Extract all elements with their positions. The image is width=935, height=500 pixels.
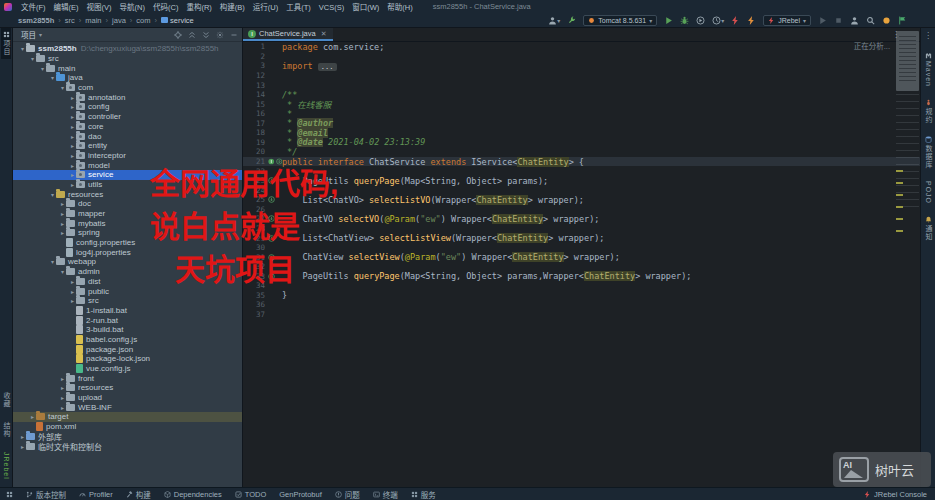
breadcrumb-item[interactable]: java <box>110 16 128 25</box>
tab-chatservice[interactable]: I ChatService.java ✕ <box>243 28 333 41</box>
wrench-icon[interactable] <box>567 16 576 25</box>
code-area[interactable]: 1package com.service;23import ...121314/… <box>243 42 920 487</box>
tree-item-dao[interactable]: ▸dao <box>13 131 242 141</box>
run-config-combo[interactable]: Tomcat 8.5.631▾ <box>583 15 657 26</box>
stripe-button-项目[interactable]: 项目 <box>1 28 11 59</box>
statusbar-版本控制[interactable]: 版本控制 <box>26 489 66 500</box>
user-icon[interactable]: ▾ <box>548 16 560 25</box>
tree-item-babel.config.js[interactable]: babel.config.js <box>13 335 242 345</box>
tree-item-3-build.bat[interactable]: 3-build.bat <box>13 325 242 335</box>
expand-icon[interactable] <box>202 30 210 39</box>
tree-item-ssm2855h[interactable]: ▾ssm2855hD:\chengxuxiuga\ssm2855h\ssm285… <box>13 44 242 54</box>
scrollbar-mark[interactable] <box>896 194 903 196</box>
tree-item-WEB-INF[interactable]: ▸WEB-INF <box>13 402 242 412</box>
run-icon[interactable] <box>818 16 827 25</box>
stripe-button-Maven[interactable]: Maven <box>925 52 932 87</box>
breadcrumb-item[interactable]: src <box>63 16 77 25</box>
statusbar-服务[interactable]: 服务 <box>411 489 436 500</box>
run-icon[interactable] <box>664 16 673 25</box>
stripe-button-数据库[interactable]: 数据库 <box>923 136 933 169</box>
bolt-icon[interactable] <box>731 16 740 25</box>
scrollbar-mark[interactable] <box>896 218 903 220</box>
stripe-button-结构[interactable]: 结构 <box>1 419 11 441</box>
tree-item-src[interactable]: ▸src <box>13 296 242 306</box>
stripe-button-收藏[interactable]: 收藏 <box>1 389 11 411</box>
tree-item-interceptor[interactable]: ▸interceptor <box>13 151 242 161</box>
stripe-button-JRebel[interactable]: JRebel <box>1 449 11 483</box>
locate-icon[interactable] <box>174 30 182 39</box>
tree-item-resources[interactable]: ▸resources <box>13 383 242 393</box>
tree-item-annotation[interactable]: ▸annotation <box>13 92 242 102</box>
menu-item[interactable]: 代码(C) <box>149 3 182 12</box>
menu-item[interactable]: 构建(B) <box>216 3 249 12</box>
tree-item-target[interactable]: ▸target <box>13 412 242 422</box>
tree-item-controller[interactable]: ▸controller <box>13 112 242 122</box>
menu-item[interactable]: 窗口(W) <box>348 3 383 12</box>
code-line-20: 20 */ <box>243 147 920 157</box>
breadcrumb-item[interactable]: ssm2855h <box>16 16 56 25</box>
tree-item-vue.config.js[interactable]: vue.config.js <box>13 364 242 374</box>
user-icon[interactable] <box>850 16 859 25</box>
tree-item-main[interactable]: ▾main <box>13 63 242 73</box>
stop-icon[interactable] <box>834 16 843 25</box>
stripe-button-POJO[interactable]: POJO <box>925 181 932 204</box>
breadcrumb-item[interactable]: service <box>159 16 196 25</box>
coverage-icon[interactable] <box>696 16 705 25</box>
tree-item-upload[interactable]: ▸upload <box>13 393 242 403</box>
menu-item[interactable]: VCS(S) <box>315 3 348 12</box>
tool-windows-icon[interactable] <box>6 491 13 498</box>
kebab-menu-icon[interactable]: ⋮ <box>924 31 932 40</box>
scrollbar-mark[interactable] <box>896 230 903 232</box>
tree-item-entity[interactable]: ▸entity <box>13 141 242 151</box>
menu-item[interactable]: 运行(U) <box>249 3 282 12</box>
chevron-down-icon[interactable]: ▾ <box>39 31 42 38</box>
debug-icon[interactable] <box>680 16 689 25</box>
project-panel-title[interactable]: 项目 <box>21 29 36 40</box>
tree-item-core[interactable]: ▸core <box>13 122 242 132</box>
scrollbar-mark[interactable] <box>896 170 903 172</box>
scrollbar-mark[interactable] <box>896 182 903 184</box>
statusbar-终端[interactable]: 终端 <box>373 489 398 500</box>
breadcrumb-item[interactable]: main <box>83 16 103 25</box>
folder-icon <box>76 113 85 120</box>
menu-item[interactable]: 帮助(H) <box>383 3 416 12</box>
statusbar-Dependencies[interactable]: Dependencies <box>164 490 222 499</box>
stripe-button-规约[interactable]: 规约 <box>923 99 933 124</box>
statusbar-GenProtobuf[interactable]: GenProtobuf <box>279 490 322 499</box>
dot-icon[interactable] <box>882 16 891 25</box>
code-minimap[interactable] <box>896 31 919 91</box>
statusbar-TODO[interactable]: TODO <box>235 490 267 499</box>
tree-item-1-install.bat[interactable]: 1-install.bat <box>13 306 242 316</box>
gear-icon[interactable] <box>216 30 224 39</box>
close-icon[interactable]: ✕ <box>321 30 327 38</box>
tree-item-com[interactable]: ▾com <box>13 83 242 93</box>
tree-item-src[interactable]: ▾src <box>13 54 242 64</box>
menu-item[interactable]: 工具(T) <box>282 3 315 12</box>
profiler-icon[interactable]: ▾ <box>712 16 724 25</box>
menu-item[interactable]: 视图(V) <box>83 3 116 12</box>
tree-item-package.json[interactable]: package.json <box>13 344 242 354</box>
flag-icon[interactable] <box>898 16 907 25</box>
minus-icon[interactable] <box>230 30 238 39</box>
menu-item[interactable]: 导航(N) <box>116 3 149 12</box>
statusbar-问题[interactable]: 问题 <box>335 489 360 500</box>
tree-item-java[interactable]: ▾java <box>13 73 242 83</box>
scrollbar-mark[interactable] <box>896 206 903 208</box>
statusbar-Profiler[interactable]: Profiler <box>79 490 113 499</box>
menu-item[interactable]: 重构(R) <box>182 3 215 12</box>
jrebel-console-button[interactable]: JRebel Console <box>864 490 935 499</box>
tree-item-package-lock.json[interactable]: package-lock.json <box>13 354 242 364</box>
statusbar-构建[interactable]: 构建 <box>126 489 151 500</box>
menu-item[interactable]: 文件(F) <box>17 3 50 12</box>
collapse-icon[interactable] <box>188 30 196 39</box>
tree-item-config[interactable]: ▸config <box>13 102 242 112</box>
run-config-combo[interactable]: JRebel▾ <box>763 15 811 26</box>
tree-item-2-run.bat[interactable]: 2-run.bat <box>13 315 242 325</box>
breadcrumb-item[interactable]: com <box>134 16 152 25</box>
bolt-icon[interactable] <box>747 16 756 25</box>
magnifier-icon[interactable] <box>866 16 875 25</box>
menu-item[interactable]: 编辑(E) <box>50 3 83 12</box>
tree-item-临时文件和控制台[interactable]: ▸临时文件和控制台 <box>13 441 242 451</box>
stripe-button-通知[interactable]: 通知 <box>923 216 933 241</box>
tree-item-front[interactable]: ▸front <box>13 373 242 383</box>
